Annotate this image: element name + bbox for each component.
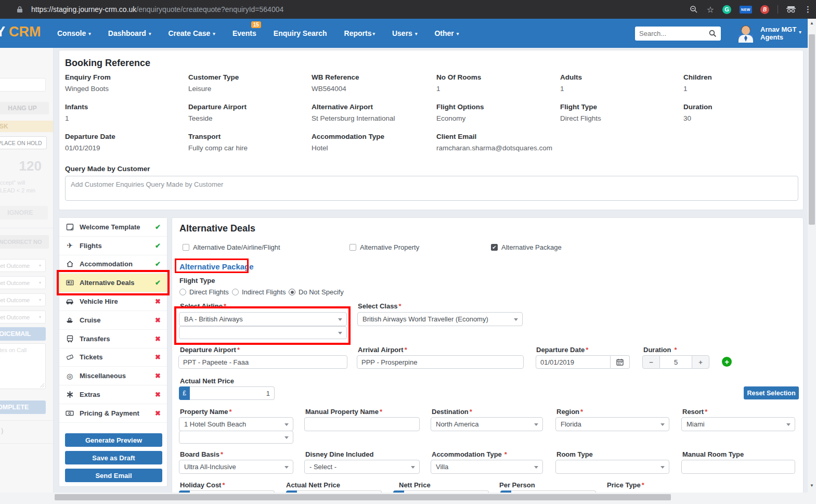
call-notes-textarea[interactable]: notes on Call xyxy=(0,343,46,389)
calendar-icon[interactable] xyxy=(611,355,630,369)
set-outcome-select-4[interactable]: Set Outcome▾ xyxy=(0,311,46,324)
generate-preview-button[interactable]: Generate Preview xyxy=(65,433,162,447)
new-extension-icon[interactable]: NEW xyxy=(740,6,752,14)
minus-button[interactable]: − xyxy=(642,355,660,369)
address-url[interactable]: https://staging.journey-crm.co.uk/enquir… xyxy=(31,5,283,14)
nav-create-case[interactable]: Create Case▾ xyxy=(168,29,215,37)
sidebar-item-flights[interactable]: ✈ Flights✔ xyxy=(59,237,167,255)
sidebar-item-vehicle-hire[interactable]: Vehicle Hire✖ xyxy=(59,292,167,311)
checkbox-icon[interactable] xyxy=(183,244,189,251)
airline-select-secondary[interactable] xyxy=(179,326,347,339)
horizontal-scrollbar[interactable] xyxy=(0,493,808,504)
set-outcome-select-2[interactable]: Set Outcome▾ xyxy=(0,276,46,289)
add-row-icon[interactable]: + xyxy=(722,357,732,367)
radio-indirect-flights[interactable]: Indirect Flights xyxy=(232,288,286,296)
disney-dine-select[interactable]: - Select - xyxy=(304,460,420,474)
radio-do-not-specify[interactable]: Do Not Specify xyxy=(289,288,344,296)
sidebar-item-accommodation[interactable]: Accommodation✔ xyxy=(59,255,167,274)
app-logo[interactable]: Y CRM xyxy=(0,24,41,40)
ignore-button[interactable]: IGNORE xyxy=(0,206,48,219)
nav-events[interactable]: Events15 xyxy=(232,29,256,37)
board-basis-select[interactable]: Ultra All-Inclusive xyxy=(179,460,293,474)
sidebar-item-transfers[interactable]: Transfers✖ xyxy=(59,330,167,348)
save-as-draft-button[interactable]: Save as Draft xyxy=(65,451,162,464)
nav-users[interactable]: Users▾ xyxy=(392,29,417,37)
class-select[interactable]: British Airways World Traveller (Economy… xyxy=(357,312,523,326)
complete-button[interactable]: COMPLETE xyxy=(0,400,46,414)
sidebar-item-miscellaneous[interactable]: ◎ Miscellaneous✖ xyxy=(59,367,167,385)
nav-enquiry-search[interactable]: Enquiry Search xyxy=(274,29,327,37)
zoom-icon[interactable] xyxy=(689,5,698,14)
field-departure-airport: Departure AirportTeeside xyxy=(188,103,312,133)
chevron-down-icon: ▾ xyxy=(149,31,151,36)
duration-value[interactable]: 5 xyxy=(660,355,692,369)
departure-airport-input[interactable] xyxy=(178,355,347,369)
banknote-icon xyxy=(66,409,74,417)
arrival-airport-input[interactable] xyxy=(357,355,524,369)
user-avatar[interactable] xyxy=(737,25,754,43)
browser-menu-icon[interactable]: ⋮ xyxy=(804,5,812,14)
checkbox-alternative-package[interactable]: ✔Alternative Package xyxy=(491,243,562,251)
hang-up-button[interactable]: HANG UP xyxy=(0,102,49,114)
query-made-by-customer-textarea[interactable] xyxy=(65,176,798,201)
radio-icon[interactable] xyxy=(232,289,239,295)
sidebar-item-pricing-payment[interactable]: Pricing & Payment✖ xyxy=(59,404,167,423)
destination-select[interactable]: North America xyxy=(431,417,543,431)
grammarly-extension-icon[interactable]: G xyxy=(722,5,731,14)
reset-selection-button[interactable]: Reset Selection xyxy=(744,386,799,399)
search-icon[interactable] xyxy=(709,30,717,37)
manual-property-name-input[interactable] xyxy=(304,417,420,431)
checkbox-alternative-date-airline-flight[interactable]: Alternative Date/Airline/Flight xyxy=(183,243,280,251)
sidebar-item-welcome-template[interactable]: Welcome Template✔ xyxy=(59,218,167,237)
call-number-input[interactable] xyxy=(0,78,46,92)
checkbox-alternative-property[interactable]: Alternative Property xyxy=(349,243,419,251)
global-search[interactable] xyxy=(635,27,721,41)
region-select[interactable]: Florida xyxy=(555,417,669,431)
manual-room-type-input[interactable] xyxy=(681,460,795,474)
voicemail-button[interactable]: VOICEMAIL xyxy=(0,327,46,341)
bookmark-star-icon[interactable]: ☆ xyxy=(707,5,714,15)
vertical-scrollbar[interactable]: ▲ ▼ xyxy=(808,19,816,504)
actual-nett-price-group: £ xyxy=(179,386,275,400)
sidebar-item-tickets[interactable]: Tickets✖ xyxy=(59,348,167,367)
set-outcome-select-3[interactable]: Set Outcome▾ xyxy=(0,293,46,306)
checkbox-checked-icon[interactable]: ✔ xyxy=(491,244,498,251)
horizontal-scrollbar-thumb[interactable] xyxy=(55,494,671,500)
sidebar-item-alternative-deals[interactable]: Alternative Deals✔ xyxy=(59,274,167,292)
user-name: Arnav MGT xyxy=(760,25,796,33)
user-menu[interactable]: Arnav MGTAgents xyxy=(760,25,796,41)
nav-reports[interactable]: Reports▾ xyxy=(344,29,375,37)
plus-button[interactable]: + xyxy=(692,355,709,369)
room-type-select[interactable] xyxy=(555,460,669,474)
resort-select[interactable]: Miami xyxy=(681,417,795,431)
manual-property-name-label: Manual Property Name* xyxy=(305,408,382,416)
task-tab[interactable]: TASK xyxy=(0,121,54,132)
property-name-select-secondary[interactable] xyxy=(179,431,293,444)
incorrect-no-button[interactable]: INCORRECT NO xyxy=(0,235,49,249)
sidebar-item-extras[interactable]: Extras✖ xyxy=(59,385,167,404)
chevron-down-icon[interactable]: ▾ xyxy=(799,29,801,35)
scroll-up-icon[interactable]: ▲ xyxy=(810,21,814,25)
departure-date-input[interactable] xyxy=(536,355,611,369)
place-on-hold-button[interactable]: PLACE ON HOLD xyxy=(0,136,47,149)
radio-selected-icon[interactable] xyxy=(289,289,295,295)
sidebar-item-cruise[interactable]: Cruise✖ xyxy=(59,311,167,330)
chevron-down-icon: ▾ xyxy=(372,31,375,36)
quote-sections-sidebar: Welcome Template✔ ✈ Flights✔ Accommodati… xyxy=(59,217,167,487)
red-extension-icon[interactable]: B xyxy=(760,5,769,14)
nav-console[interactable]: Console▾ xyxy=(57,29,91,37)
vertical-scrollbar-thumb[interactable] xyxy=(809,34,815,225)
scroll-down-icon[interactable]: ▼ xyxy=(810,483,814,488)
search-input[interactable] xyxy=(639,30,709,37)
accommodation-type-select[interactable]: Villa xyxy=(431,460,543,474)
property-name-select[interactable]: 1 Hotel South Beach xyxy=(179,417,293,431)
nav-other[interactable]: Other▾ xyxy=(434,29,459,37)
nav-dashboard[interactable]: Dashboard▾ xyxy=(108,29,151,37)
radio-direct-flights[interactable]: Direct Flights xyxy=(179,288,229,296)
checkbox-icon[interactable] xyxy=(349,244,356,251)
set-outcome-select-1[interactable]: Set Outcome▾ xyxy=(0,259,46,272)
airline-select[interactable]: BA - British Airways xyxy=(179,312,347,326)
actual-nett-price-input[interactable] xyxy=(190,386,275,400)
send-email-button[interactable]: Send Email xyxy=(65,469,162,482)
radio-icon[interactable] xyxy=(179,289,186,295)
